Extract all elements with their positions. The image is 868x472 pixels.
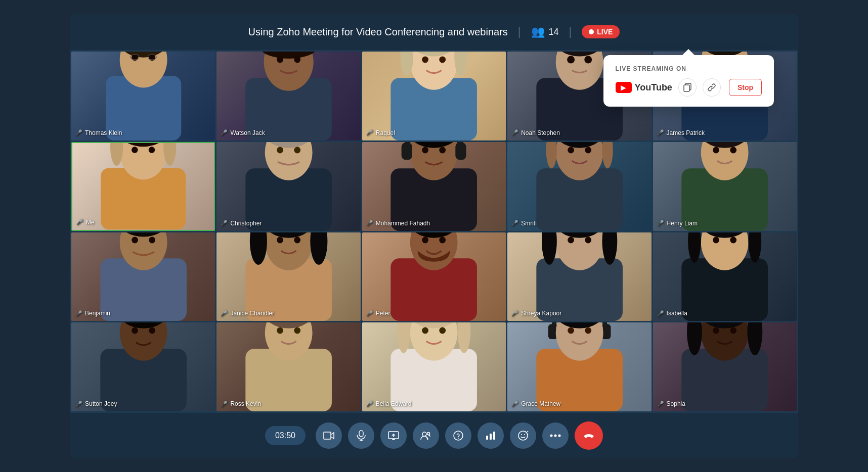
camera-button[interactable]: [316, 422, 342, 449]
svg-rect-11: [278, 76, 299, 84]
stop-button[interactable]: Stop: [729, 79, 762, 96]
svg-point-41: [277, 147, 283, 153]
svg-point-136: [521, 434, 522, 435]
youtube-text: YouTube: [635, 82, 672, 93]
svg-point-18: [455, 52, 468, 76]
person-photo-christopher: [216, 142, 360, 231]
svg-point-109: [440, 327, 446, 334]
copy-button[interactable]: [678, 78, 697, 97]
svg-point-53: [546, 142, 556, 168]
svg-point-54: [602, 142, 613, 168]
person-photo-watson: [216, 52, 360, 140]
name-tag-janice: 🎤 Janice Chandler: [221, 310, 274, 317]
participants-button[interactable]: [413, 422, 439, 449]
svg-point-116: [585, 327, 591, 334]
share-button[interactable]: [380, 422, 407, 449]
mic-button[interactable]: [348, 422, 374, 449]
svg-rect-142: [684, 85, 689, 91]
svg-point-123: [730, 327, 736, 334]
svg-point-129: [427, 433, 430, 435]
svg-rect-133: [490, 434, 492, 440]
svg-rect-132: [486, 436, 488, 440]
svg-point-72: [277, 237, 283, 244]
polls-button[interactable]: [478, 422, 504, 449]
meeting-title: Using Zoho Meeting for Video Conferencin…: [248, 26, 508, 38]
mic-icon-sutton: 🎤: [75, 401, 82, 407]
more-button[interactable]: [542, 422, 569, 449]
person-photo-peter: [362, 232, 506, 321]
person-photo-raquel: [362, 52, 506, 140]
svg-point-13: [294, 56, 300, 63]
name-tag-sutton: 🎤 Sutton Joey: [75, 400, 117, 407]
name-tag-noah: 🎤 Noah Stephen: [511, 129, 560, 136]
person-photo-henry: [653, 142, 797, 231]
mic-icon-thomas: 🎤: [75, 129, 82, 136]
svg-point-115: [568, 327, 574, 334]
video-cell-raquel: 🎤 Raquel: [362, 52, 506, 140]
svg-point-78: [440, 237, 446, 244]
video-cell-benjamin: 🎤 Benjamin: [71, 232, 215, 321]
mic-icon-sophia: 🎤: [657, 401, 664, 407]
svg-point-19: [422, 56, 429, 63]
name-tag-james: 🎤 James Patrick: [657, 129, 705, 136]
svg-point-25: [584, 56, 592, 63]
svg-point-91: [713, 237, 719, 244]
video-cell-sophia: 🎤 Sophia: [653, 322, 797, 411]
header-divider: |: [518, 25, 521, 38]
svg-point-49: [440, 147, 446, 153]
svg-point-135: [518, 431, 528, 440]
svg-point-105: [397, 322, 410, 353]
svg-point-60: [713, 147, 719, 153]
mic-icon-mohammed: 🎤: [366, 220, 373, 226]
participants-number: 14: [549, 27, 559, 37]
person-photo-isabella: [653, 232, 797, 321]
live-popup-content: ▶ YouTube Stop: [616, 78, 762, 97]
svg-point-17: [401, 52, 414, 76]
svg-point-89: [749, 232, 762, 263]
video-cell-thomas: 🎤 Thomas Klein: [71, 52, 215, 140]
svg-rect-6: [148, 54, 156, 60]
timer-display: 03:50: [265, 426, 306, 445]
name-tag-mohammed: 🎤 Mohammed Fahadh: [366, 220, 430, 227]
svg-point-66: [149, 237, 155, 244]
svg-point-35: [149, 147, 155, 153]
person-photo-shreya: [507, 232, 651, 321]
video-cell-henry: 🎤 Henry Liam: [653, 142, 797, 231]
mic-icon-christopher: 🎤: [221, 220, 228, 226]
link-button[interactable]: [703, 78, 721, 97]
video-cell-bella: 🎤 Bella Edward: [362, 322, 506, 411]
svg-point-55: [568, 147, 574, 153]
svg-rect-5: [131, 54, 139, 60]
mic-icon-peter: 🎤: [366, 310, 373, 317]
name-tag-me: 🎤 Me: [76, 219, 95, 226]
name-tag-peter: 🎤 Peter: [366, 310, 390, 317]
person-photo-sutton: [71, 322, 215, 411]
live-badge[interactable]: LIVE: [582, 25, 620, 38]
mic-icon-henry: 🎤: [657, 220, 664, 226]
qa-button[interactable]: [445, 422, 471, 449]
person-photo-grace: [507, 322, 651, 411]
svg-point-73: [294, 237, 300, 244]
person-photo-thomas: [71, 52, 215, 140]
live-dot: [589, 29, 594, 34]
mic-icon-benjamin: 🎤: [75, 310, 82, 317]
video-cell-christopher: 🎤 Christopher: [216, 142, 360, 231]
person-photo-sophia: [653, 322, 797, 411]
reactions-button[interactable]: [510, 422, 536, 449]
participants-icon: 👥: [531, 25, 545, 38]
svg-point-56: [585, 147, 591, 153]
name-tag-bella: 🎤 Bella Edward: [366, 400, 412, 407]
name-tag-watson: 🎤 Watson Jack: [221, 129, 265, 136]
mic-icon-janice: 🎤: [221, 310, 228, 317]
svg-point-96: [132, 327, 138, 334]
mic-icon-shreya: 🎤: [511, 310, 518, 317]
svg-point-12: [277, 56, 283, 63]
video-cell-sutton: 🎤 Sutton Joey: [71, 322, 215, 411]
person-photo-mohammed: [362, 142, 506, 231]
end-call-button[interactable]: [575, 421, 603, 450]
mic-icon-grace: 🎤: [511, 401, 518, 407]
svg-point-84: [568, 237, 574, 244]
video-cell-me: 🎤 Me: [71, 142, 215, 231]
svg-point-108: [422, 327, 429, 334]
mic-icon-james: 🎤: [657, 129, 664, 136]
